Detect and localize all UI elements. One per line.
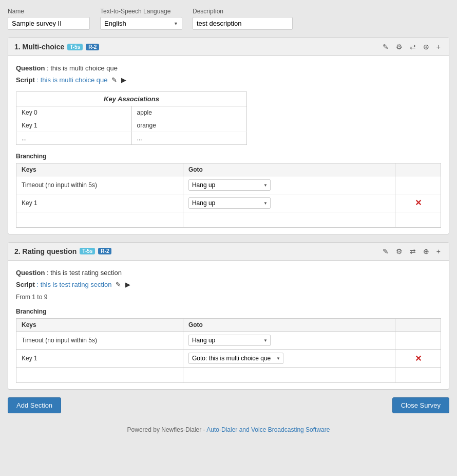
section-2-badge-t: T-5s	[80, 248, 95, 254]
branching-col-goto-1: Goto	[183, 163, 395, 176]
add-section-button[interactable]: Add Section	[8, 397, 61, 413]
branching-timeout-action-2	[395, 332, 441, 350]
branching-empty-goto-2	[183, 368, 395, 383]
section-1-badge-t: T-5s	[67, 44, 83, 50]
footer-link[interactable]: Auto-Dialer and Voice Broadcasting Softw…	[206, 426, 330, 433]
section-1-plus-btn[interactable]: +	[434, 42, 443, 52]
desc-field-group: Description	[193, 8, 293, 30]
branching-empty-key-1	[16, 212, 183, 227]
section-1-settings-btn[interactable]: ⚙	[394, 42, 405, 52]
section-1-add-circle-btn[interactable]: ⊕	[421, 42, 431, 52]
section-1-question-label: Question	[16, 64, 47, 72]
name-input[interactable]	[8, 17, 90, 30]
branching-key1-key-1: Key 1	[16, 194, 183, 212]
section-1-script-text: : this is multi choice que	[36, 76, 107, 84]
key-assoc-key-1: Key 1	[16, 119, 132, 132]
section-2-shuffle-btn[interactable]: ⇄	[408, 246, 418, 257]
goto-select-key1-2[interactable]: Goto: this is multi choice que	[188, 353, 283, 364]
section-2-question-info: Question : this is test rating section S…	[16, 267, 441, 303]
key-assoc-row-0: Key 0 apple	[16, 106, 247, 119]
section-1-branching: Branching Keys Goto Timeout (no input wi…	[16, 153, 441, 228]
goto-select-wrapper-k1: Hang up	[188, 197, 271, 209]
delete-key1-btn-2[interactable]: ✕	[415, 354, 422, 363]
tts-label: Text-to-Speech Language	[100, 8, 182, 15]
goto-select-wrapper-t1: Hang up	[188, 179, 271, 191]
key-assoc-header: Key Associations	[16, 91, 247, 106]
section-2-branching-title: Branching	[16, 308, 441, 315]
branching-timeout-goto-2: Hang up	[183, 332, 395, 350]
branching-col-action-1	[395, 163, 441, 176]
branching-row-timeout-1: Timeout (no input within 5s) Hang up	[16, 176, 441, 194]
branching-row-key1-2: Key 1 Goto: this is multi choice que ✕	[16, 350, 441, 368]
tts-select[interactable]: English	[100, 17, 182, 30]
section-2-script-label: Script	[16, 281, 36, 288]
section-2-add-circle-btn[interactable]: ⊕	[421, 246, 431, 257]
goto-select-wrapper-k2: Goto: this is multi choice que	[188, 353, 283, 364]
branching-empty-action-1	[395, 212, 441, 227]
key-assoc-val-1: orange	[131, 119, 247, 132]
section-1-body: Question : this is multi choice que Scri…	[8, 56, 449, 234]
branching-row-key1-1: Key 1 Hang up ✕	[16, 194, 441, 212]
section-2-script-text: : this is test rating section	[36, 281, 111, 288]
section-2-branching: Branching Keys Goto Timeout (no input wi…	[16, 308, 441, 383]
branching-key1-key-2: Key 1	[16, 350, 183, 368]
name-field-group: Name	[8, 8, 90, 30]
branching-empty-row-1	[16, 212, 441, 227]
branching-row-timeout-2: Timeout (no input within 5s) Hang up	[16, 332, 441, 350]
branching-key1-action-1: ✕	[395, 194, 441, 212]
section-2-edit-icon[interactable]: ✎	[116, 281, 121, 288]
branching-key1-goto-1: Hang up	[183, 194, 395, 212]
section-1-branching-table: Keys Goto Timeout (no input within 5s)	[16, 163, 441, 228]
goto-select-timeout-1[interactable]: Hang up	[188, 179, 271, 191]
delete-key1-btn-1[interactable]: ✕	[415, 198, 422, 208]
section-2-question-line: Question : this is test rating section	[16, 267, 441, 279]
branching-empty-row-2	[16, 368, 441, 383]
section-1-edit-btn[interactable]: ✎	[380, 42, 391, 52]
section-1-title: 1. Multi-choice T-5s R-2	[14, 43, 99, 51]
key-assoc-row-1: Key 1 orange	[16, 119, 247, 132]
section-1-script-label: Script	[16, 76, 36, 84]
section-1-title-text: 1. Multi-choice	[14, 43, 64, 51]
branching-col-keys-2: Keys	[16, 319, 183, 332]
branching-timeout-key-1: Timeout (no input within 5s)	[16, 176, 183, 194]
goto-select-timeout-2[interactable]: Hang up	[188, 335, 271, 346]
section-1-edit-icon[interactable]: ✎	[111, 76, 117, 84]
branching-key1-goto-2: Goto: this is multi choice que	[183, 350, 395, 368]
section-2-settings-btn[interactable]: ⚙	[394, 246, 405, 257]
section-1-question-text: : this is multi choice que	[47, 64, 118, 72]
section-1-actions: ✎ ⚙ ⇄ ⊕ +	[380, 42, 443, 52]
section-1-header: 1. Multi-choice T-5s R-2 ✎ ⚙ ⇄ ⊕ +	[8, 38, 449, 56]
section-2-title-text: 2. Rating question	[14, 247, 77, 255]
branching-col-goto-2: Goto	[183, 319, 395, 332]
branching-empty-key-2	[16, 368, 183, 383]
branching-col-keys-1: Keys	[16, 163, 183, 176]
branching-timeout-goto-1: Hang up	[183, 176, 395, 194]
section-2-body: Question : this is test rating section S…	[8, 261, 449, 389]
desc-label: Description	[193, 8, 293, 15]
section-2-question-text: : this is test rating section	[47, 269, 122, 277]
branching-col-action-2	[395, 319, 441, 332]
close-survey-button[interactable]: Close Survey	[392, 397, 449, 413]
bottom-bar: Add Section Close Survey	[8, 397, 449, 413]
desc-input[interactable]	[193, 17, 293, 30]
section-2-header: 2. Rating question T-5s R-2 ✎ ⚙ ⇄ ⊕ +	[8, 243, 449, 261]
section-2-from-to: From 1 to 9	[16, 292, 441, 303]
section-1-play-icon[interactable]: ▶	[121, 76, 126, 84]
key-assoc-row-dots: ... ...	[16, 132, 247, 144]
branching-timeout-action-1	[395, 176, 441, 194]
key-assoc-key-0: Key 0	[16, 106, 132, 119]
goto-select-key1-1[interactable]: Hang up	[188, 197, 271, 209]
section-2-play-icon[interactable]: ▶	[125, 281, 130, 288]
tts-select-wrapper: English	[100, 17, 182, 30]
section-2-edit-btn[interactable]: ✎	[380, 246, 391, 257]
section-1-shuffle-btn[interactable]: ⇄	[408, 42, 418, 52]
key-assoc-val-dots: ...	[131, 132, 247, 144]
section-2-plus-btn[interactable]: +	[434, 246, 443, 257]
section-1-question-info: Question : this is multi choice que Scri…	[16, 62, 441, 86]
section-2-branching-table: Keys Goto Timeout (no input within 5s)	[16, 318, 441, 383]
branching-timeout-key-2: Timeout (no input within 5s)	[16, 332, 183, 350]
section-1-script-line: Script : this is multi choice que ✎ ▶	[16, 74, 441, 86]
name-label: Name	[8, 8, 90, 15]
section-1-key-assoc-table: Key Associations Key 0 apple Key 1 orang…	[16, 91, 247, 145]
section-1-question-line: Question : this is multi choice que	[16, 62, 441, 74]
